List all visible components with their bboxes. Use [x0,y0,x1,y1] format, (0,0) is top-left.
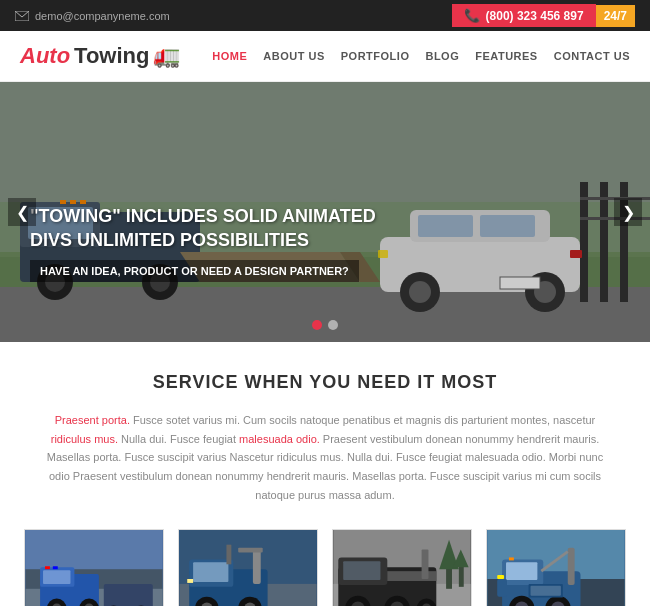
svg-rect-94 [509,558,514,561]
svg-rect-41 [53,567,58,570]
svg-rect-40 [45,567,50,570]
svg-rect-67 [387,572,436,582]
service-card-img-3 [332,529,472,606]
svg-rect-83 [506,563,537,581]
hero-prev-button[interactable]: ❮ [8,198,36,226]
hero-title: "TOWING" INCLUDES SOLID ANIMATED DIVS UN… [30,205,410,252]
nav-about[interactable]: ABOUT US [263,50,324,62]
service-card-img-1 [24,529,164,606]
desc-highlight-3: malesuada odio. [239,433,320,445]
hero-subtitle: HAVE AN IDEA, PRODUCT OR NEED A DESIGN P… [30,260,359,282]
phone-number: (800) 323 456 897 [486,9,584,23]
svg-rect-54 [253,550,261,584]
service-card-img-4 [486,529,626,606]
hero-next-button[interactable]: ❯ [614,198,642,226]
logo-towing: Towing [74,43,149,69]
svg-rect-55 [238,548,263,553]
logo-auto: Auto [20,43,70,69]
svg-rect-66 [343,562,380,581]
service-card-4: EMERGENCY TOWING 4 [486,529,626,606]
svg-rect-60 [187,579,193,583]
svg-rect-53 [193,563,228,583]
top-bar: demo@companyneme.com 📞 (800) 323 456 897… [0,0,650,31]
logo: Auto Towing 🚛 [20,43,180,69]
hours-box: 24/7 [596,5,635,27]
service-card-img-2 [178,529,318,606]
nav-contact[interactable]: CONTACT US [554,50,630,62]
svg-rect-61 [226,545,231,565]
truck-svg-3 [333,530,471,606]
main-nav: HOME ABOUT US PORTFOLIO BLOG FEATURES CO… [212,50,630,62]
services-section: SERVICE WHEN YOU NEED IT MOST Praesent p… [0,342,650,606]
hero-dot-2[interactable] [328,320,338,330]
top-bar-phone: 📞 (800) 323 456 897 24/7 [452,4,635,27]
hero-dot-1[interactable] [312,320,322,330]
svg-rect-93 [497,576,504,580]
phone-icon: 📞 [464,8,480,23]
header: Auto Towing 🚛 HOME ABOUT US PORTFOLIO BL… [0,31,650,82]
nav-features[interactable]: FEATURES [475,50,537,62]
hours-text: 24/7 [604,9,627,23]
desc-highlight-2: ridiculus mus. [51,433,118,445]
nav-portfolio[interactable]: PORTFOLIO [341,50,410,62]
desc-highlight-1: Praesent porta. [55,414,130,426]
svg-rect-39 [43,571,70,585]
email-icon [15,11,29,21]
services-title: SERVICE WHEN YOU NEED IT MOST [30,372,620,393]
phone-box: 📞 (800) 323 456 897 [452,4,596,27]
service-card-3: EMERGENCY TOWING 3 [332,529,472,606]
hero-dots [312,320,338,330]
svg-rect-46 [104,584,153,606]
svg-rect-85 [568,548,575,585]
hero-section: "TOWING" INCLUDES SOLID ANIMATED DIVS UN… [0,82,650,342]
top-bar-email: demo@companyneme.com [15,10,170,22]
services-description: Praesent porta. Fusce sotet varius mi. C… [45,411,605,504]
service-cards: EMERGENCY TOWING 1 [30,529,620,606]
truck-svg-2 [179,530,317,606]
nav-blog[interactable]: BLOG [425,50,459,62]
truck-svg-4 [487,530,625,606]
svg-rect-68 [422,550,429,579]
service-card-2: EMERGENCY TOWING 2 [178,529,318,606]
service-card-1: EMERGENCY TOWING 1 [24,529,164,606]
svg-rect-92 [531,586,561,596]
nav-home[interactable]: HOME [212,50,247,62]
truck-logo-icon: 🚛 [153,43,180,69]
truck-svg-1 [25,530,163,606]
hero-content: "TOWING" INCLUDES SOLID ANIMATED DIVS UN… [30,205,410,282]
svg-rect-84 [497,579,507,597]
email-text: demo@companyneme.com [35,10,170,22]
